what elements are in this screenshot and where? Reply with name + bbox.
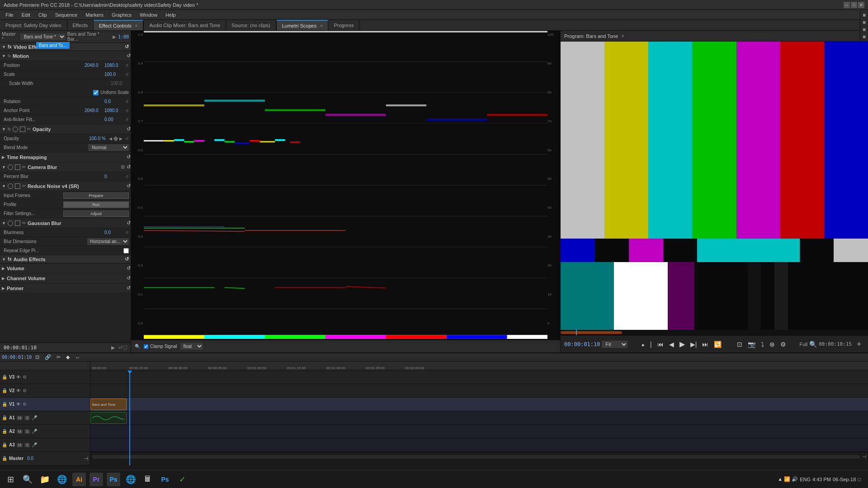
opacity-reset[interactable]: ↺ [127,126,131,132]
opacity-keyframe-diamond[interactable] [113,136,118,141]
timeline-scrollbar[interactable] [92,455,860,459]
camera-blur-add-icon[interactable]: ⊞ [121,164,125,170]
fit-dropdown[interactable]: Fit 25% 50% 75% 100% [602,341,627,348]
taskbar-start[interactable]: ⊞ [4,473,17,486]
panner-reset[interactable]: ↺ [127,285,131,291]
v2-settings-icon[interactable]: ⚙ [23,388,27,393]
a1-solo-btn[interactable]: S [24,416,30,420]
clip-a1[interactable] [90,412,127,424]
back-frame-btn[interactable]: ◀ [667,340,676,349]
opacity-val-reset[interactable]: ↺ [125,136,129,141]
menu-edit[interactable]: Edit [18,11,34,19]
rotation-reset[interactable]: ↺ [125,99,129,104]
position-x[interactable]: 2048.0 [85,63,103,68]
tl-link-btn[interactable]: 🔗 [43,353,53,361]
tl-scissors-btn[interactable]: ✂ [55,353,62,361]
master-end-icon[interactable]: ⊣ [84,455,88,462]
ec-play-btn[interactable]: ▶ [111,345,115,351]
forward-frame-btn[interactable]: ▶| [689,340,699,349]
opacity-keyframe-right[interactable]: ▶ [119,136,123,141]
master-dropdown[interactable]: Bars and Tone * [20,33,66,40]
tl-marker-btn[interactable]: ◆ [64,353,71,361]
clip-bars-and-tone[interactable]: Bars and Tone [90,399,127,410]
float-select[interactable]: float 8-bit 16-bit [180,343,203,350]
adjust-button[interactable]: Adjust [63,211,129,217]
a2-mute-btn[interactable]: M [17,429,23,434]
anti-flicker-reset[interactable]: ↺ [125,117,129,122]
step-back-btn[interactable]: ⏮ [656,340,665,349]
minimize-button[interactable]: ─ [844,2,850,8]
prepare-button[interactable]: Prepare [63,192,129,199]
taskbar-search[interactable]: 🔍 [21,473,34,486]
menu-file[interactable]: File [2,11,17,19]
tab-effects[interactable]: Effects [67,20,94,30]
add-marker-btn[interactable]: ＋ [854,338,864,350]
tab-lumetri-scopes[interactable]: Lumetri Scopes ≡ [277,20,329,30]
camera-blur-reset[interactable]: ↺ [127,164,131,170]
play-btn[interactable]: ▶ [678,339,687,349]
scale-value[interactable]: 100.0 [104,72,123,77]
anchor-reset[interactable]: ↺ [125,108,129,113]
repeat-edge-checkbox[interactable] [123,248,129,253]
timeline-end-btn[interactable]: ⊣ [862,454,866,460]
taskbar-edge[interactable]: 🌐 [55,473,69,486]
safe-margins-btn[interactable]: ⊡ [735,340,744,349]
v2-eye-icon[interactable]: 👁 [16,388,21,393]
mark-in-btn[interactable]: ⬥ [639,340,646,349]
blurriness-value[interactable]: 0.0 [104,230,123,235]
profile-run-button[interactable]: Run [63,202,129,208]
tl-snap-btn[interactable]: ⊡ [33,353,41,361]
program-current-time[interactable]: 00:00:01:10 [564,341,600,347]
menu-sequence[interactable]: Sequence [52,11,81,19]
blurriness-reset[interactable]: ↺ [125,230,129,235]
taskbar-ps2[interactable]: Ps [158,473,172,486]
blur-dimensions-select[interactable]: Horizontal an... Horizontal Vertical [87,238,129,245]
scale-reset[interactable]: ↺ [125,72,129,77]
rotation-value[interactable]: 0.0 [104,99,123,104]
audio-effects-reset[interactable]: ↺ [125,256,129,262]
reduce-noise-reset[interactable]: ↺ [127,183,131,189]
a3-mute-btn[interactable]: M [17,443,23,447]
uniform-scale-checkbox[interactable] [93,90,99,95]
export-frame-btn[interactable]: 📷 [746,340,757,349]
a3-solo-btn[interactable]: S [24,443,30,447]
taskbar-browser[interactable]: 🌐 [124,473,137,486]
tab-effect-controls[interactable]: Effect Controls ≡ [94,20,143,30]
tab-progress[interactable]: Progress [328,20,359,30]
step-forward-btn[interactable]: ⏭ [700,340,710,349]
v3-settings-icon[interactable]: ⚙ [23,375,27,380]
clamp-signal-checkbox[interactable] [144,344,148,349]
volume-reset[interactable]: ↺ [127,265,131,271]
v1-settings-icon[interactable]: ⚙ [23,402,27,407]
taskbar-check[interactable]: ✓ [175,473,189,486]
percent-blur-reset[interactable]: ↺ [125,174,129,179]
gaussian-blur-reset[interactable]: ↺ [127,220,131,226]
sidebar-icon-4[interactable]: ◼ [863,34,866,39]
settings-btn[interactable]: ⚙ [778,340,788,349]
channel-volume-reset[interactable]: ↺ [127,275,131,281]
percent-blur-value[interactable]: 0 [104,174,123,179]
tl-move-btn[interactable]: ↔ [73,354,82,361]
opacity-value[interactable]: 100.0 % [89,136,107,141]
close-button[interactable]: ✕ [858,2,864,8]
tab-source[interactable]: Source: (no clips) [226,20,276,30]
taskbar-calculator[interactable]: 🖩 [141,473,155,486]
motion-reset[interactable]: ↺ [127,53,131,59]
v1-eye-icon[interactable]: 👁 [16,402,21,407]
maximize-button[interactable]: □ [851,2,857,8]
anti-flicker-value[interactable]: 0.00 [104,117,123,122]
anchor-y[interactable]: 1080.0 [104,108,123,113]
position-y[interactable]: 1080.0 [104,63,123,68]
anchor-x[interactable]: 2048.0 [85,108,103,113]
sidebar-icon-3[interactable]: ◼ [863,31,866,32]
a1-mute-btn[interactable]: M [17,416,23,420]
video-effects-reset[interactable]: ↺ [125,44,129,50]
taskbar-premiere[interactable]: Pr [90,473,103,486]
taskbar-files[interactable]: 📁 [38,473,52,486]
tab-project[interactable]: Project: Safety Day video [0,20,67,30]
loop-btn[interactable]: 🔁 [712,340,723,349]
menu-graphics[interactable]: Graphics [108,11,135,19]
zoom-icon[interactable]: 🔍 [809,341,817,348]
menu-help[interactable]: Help [162,11,179,19]
v3-eye-icon[interactable]: 👁 [16,375,21,380]
